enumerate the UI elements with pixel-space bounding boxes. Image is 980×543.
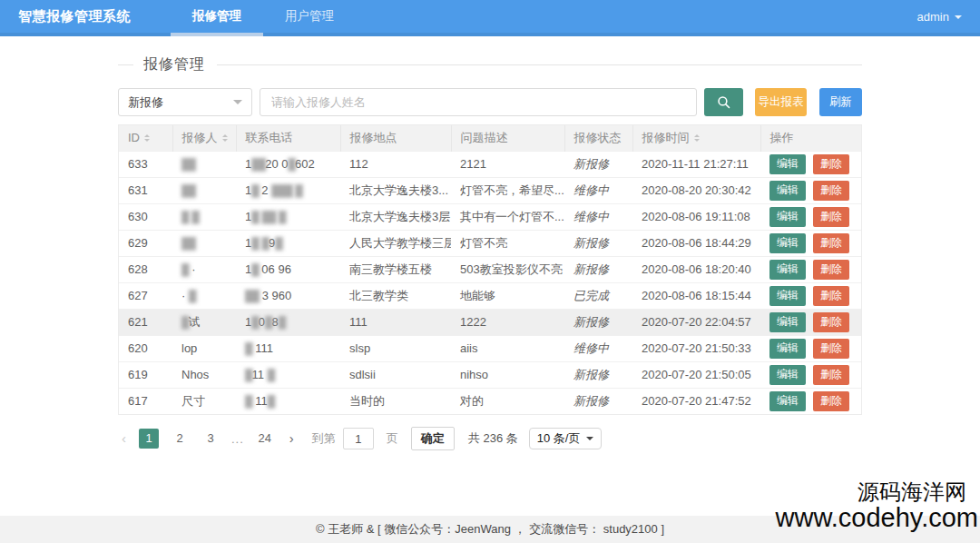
cell-description: 其中有一个灯管不... xyxy=(451,203,564,230)
edit-button[interactable]: 编辑 xyxy=(769,233,806,253)
cell-phone: 1██20 0█602 xyxy=(236,151,340,177)
delete-button[interactable]: 删除 xyxy=(813,312,849,332)
refresh-button[interactable]: 刷新 xyxy=(819,88,862,116)
column-header-time[interactable]: 报修时间 xyxy=(632,125,760,151)
cell-reporter: ██ xyxy=(172,177,236,203)
nav-tab-label: 报修管理 xyxy=(192,9,241,23)
edit-button[interactable]: 编辑 xyxy=(769,391,806,411)
pagination: ‹ 1 2 3 ... 24 › 到第 页 确定 共 236 条 10 条/页 xyxy=(118,427,862,450)
title-divider-left xyxy=(118,64,133,65)
delete-button[interactable]: 删除 xyxy=(813,260,849,280)
edit-button[interactable]: 编辑 xyxy=(769,260,806,280)
redacted-text: █ xyxy=(189,290,196,302)
delete-button[interactable]: 删除 xyxy=(813,365,849,385)
cell-actions: 编辑删除 xyxy=(760,282,861,309)
export-report-button[interactable]: 导出报表 xyxy=(755,88,807,116)
cell-location: 111 xyxy=(340,309,451,335)
redacted-text: ███ xyxy=(271,184,292,197)
user-menu[interactable]: admin xyxy=(917,0,962,36)
table-body: 633██1██20 0█6021122121新报修2020-11-11 21:… xyxy=(119,151,861,414)
column-label: ID xyxy=(128,131,140,144)
page-button-24[interactable]: 24 xyxy=(255,429,275,449)
sort-icon[interactable] xyxy=(144,132,150,144)
column-header-phone: 联系电话 xyxy=(236,125,340,151)
next-page-button[interactable]: › xyxy=(286,429,298,449)
redacted-text: █ xyxy=(245,395,252,408)
delete-button[interactable]: 删除 xyxy=(813,391,849,411)
redacted-text: █ xyxy=(289,158,296,171)
cell-phone: 1█ 06 96 xyxy=(236,256,340,282)
sort-icon[interactable] xyxy=(694,132,700,144)
edit-button[interactable]: 编辑 xyxy=(769,154,806,174)
page-size-select[interactable]: 10 条/页 xyxy=(529,428,603,449)
cell-reporter: · █ xyxy=(172,282,236,309)
edit-button[interactable]: 编辑 xyxy=(769,365,806,385)
column-label: 报修状态 xyxy=(574,131,622,144)
redacted-text: ██ xyxy=(245,290,259,302)
column-header-reporter[interactable]: 报修人 xyxy=(172,125,236,151)
nav-tab-repair-management[interactable]: 报修管理 xyxy=(171,0,263,36)
prev-page-button[interactable]: ‹ xyxy=(118,429,130,449)
redacted-text: █ xyxy=(265,316,272,329)
cell-reporter: 尺寸 xyxy=(172,388,236,414)
cell-location: 南三教学楼五楼 xyxy=(340,256,451,282)
column-header-id[interactable]: ID xyxy=(119,125,172,151)
delete-button[interactable]: 删除 xyxy=(813,339,849,359)
redacted-text: █ xyxy=(295,184,302,197)
page-button-1[interactable]: 1 xyxy=(139,429,159,449)
cell-status: 新报修 xyxy=(564,309,632,335)
redacted-text: █ xyxy=(251,237,259,250)
redacted-text: █ xyxy=(268,395,275,408)
sort-icon[interactable] xyxy=(222,132,228,144)
cell-phone: ██ 3 960 xyxy=(236,282,340,309)
redacted-text: ██ xyxy=(181,158,195,171)
edit-button[interactable]: 编辑 xyxy=(769,181,806,201)
goto-page-input[interactable] xyxy=(343,428,374,449)
delete-button[interactable]: 删除 xyxy=(813,154,849,174)
delete-button[interactable]: 删除 xyxy=(813,286,849,306)
cell-reporter: █ █ xyxy=(172,203,236,230)
username: admin xyxy=(917,10,949,24)
delete-button[interactable]: 删除 xyxy=(813,233,849,253)
cell-id: 617 xyxy=(119,388,172,414)
edit-button[interactable]: 编辑 xyxy=(769,312,806,332)
cell-location: 北京大学逸夫楼3层 xyxy=(340,203,451,230)
cell-actions: 编辑删除 xyxy=(760,256,861,282)
redacted-text: ██ xyxy=(181,184,195,197)
cell-actions: 编辑删除 xyxy=(760,230,861,256)
edit-button[interactable]: 编辑 xyxy=(769,339,806,359)
footer-text: © 王老师 & [ 微信公众号：JeenWang ， 交流微信号： study2… xyxy=(316,521,664,538)
search-button[interactable] xyxy=(704,88,743,116)
redacted-text: █ xyxy=(191,211,199,223)
table-row: 627· ███ 3 960北三教学类地能够已完成2020-08-06 18:1… xyxy=(119,282,861,309)
cell-status: 新报修 xyxy=(564,361,632,388)
main-content: 报修管理 新报修 导出报表 刷新 xyxy=(118,53,862,450)
cell-id: 631 xyxy=(119,177,172,203)
cell-time: 2020-07-20 21:47:52 xyxy=(632,388,760,414)
cell-actions: 编辑删除 xyxy=(760,203,861,230)
status-select[interactable]: 新报修 xyxy=(118,88,252,116)
cell-actions: 编辑删除 xyxy=(760,388,861,414)
cell-time: 2020-07-20 21:50:33 xyxy=(632,335,760,361)
page-unit-label: 页 xyxy=(387,430,398,447)
cell-reporter: █试 xyxy=(172,309,236,335)
redacted-text: █ xyxy=(275,237,282,250)
edit-button[interactable]: 编辑 xyxy=(769,286,806,306)
page-button-3[interactable]: 3 xyxy=(201,429,220,449)
column-label: 问题描述 xyxy=(461,131,508,144)
nav-tab-user-management[interactable]: 用户管理 xyxy=(263,0,356,36)
search-input[interactable] xyxy=(260,88,697,116)
cell-phone: 1█ 2 ███ █ xyxy=(236,177,340,203)
redacted-text: █ xyxy=(279,316,286,329)
status-select-value: 新报修 xyxy=(128,94,233,111)
page-button-2[interactable]: 2 xyxy=(170,429,190,449)
column-label: 报修时间 xyxy=(642,130,690,146)
cell-actions: 编辑删除 xyxy=(760,177,861,203)
cell-location: 北三教学类 xyxy=(340,282,451,309)
delete-button[interactable]: 删除 xyxy=(813,207,849,227)
cell-status: 新报修 xyxy=(564,230,632,256)
cell-phone: █11 █ xyxy=(236,361,340,388)
confirm-button[interactable]: 确定 xyxy=(411,427,455,450)
delete-button[interactable]: 删除 xyxy=(813,181,849,201)
edit-button[interactable]: 编辑 xyxy=(769,207,806,227)
